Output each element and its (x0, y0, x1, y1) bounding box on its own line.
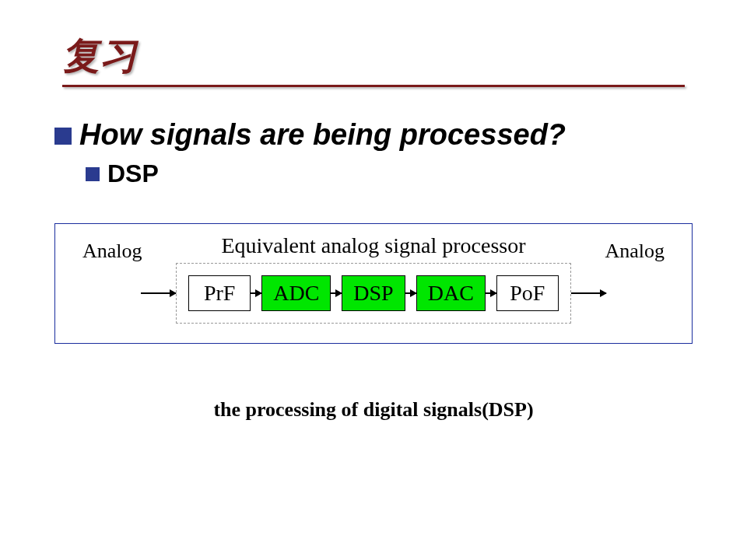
bullet-level1: How signals are being processed? (54, 118, 708, 152)
arrow-icon (486, 292, 496, 294)
arrow-icon (571, 292, 606, 294)
analog-out-label: Analog (605, 240, 665, 263)
diagram-title: Equivalent analog signal processor (75, 233, 672, 258)
bullet-list: How signals are being processed? DSP (39, 118, 708, 188)
arrow-icon (251, 292, 261, 294)
block-dac: DAC (416, 275, 486, 311)
arrow-icon (331, 292, 342, 294)
block-pof: PoF (496, 275, 559, 311)
title-area: 复习 (39, 23, 708, 99)
square-bullet-icon (54, 128, 72, 145)
block-prf: PrF (188, 275, 251, 311)
processor-group: PrF ADC DSP DAC PoF (176, 263, 571, 324)
bullet-level2: DSP (86, 159, 708, 188)
square-bullet-icon (86, 167, 100, 181)
analog-in-label: Analog (82, 240, 142, 263)
diagram-row: Analog PrF ADC DSP DAC PoF Analog (75, 263, 672, 324)
footnote-text: the processing of digital signals(DSP) (39, 398, 708, 422)
block-dsp: DSP (342, 275, 405, 311)
bullet2-text: DSP (107, 159, 159, 188)
arrow-icon (405, 292, 416, 294)
block-adc: ADC (261, 275, 331, 311)
bullet1-text: How signals are being processed? (79, 118, 566, 152)
title-underline (62, 85, 685, 87)
slide: 复习 How signals are being processed? DSP … (0, 0, 747, 560)
slide-title: 复习 (62, 31, 685, 81)
diagram-frame: Equivalent analog signal processor Analo… (54, 223, 693, 344)
arrow-icon (141, 292, 176, 294)
